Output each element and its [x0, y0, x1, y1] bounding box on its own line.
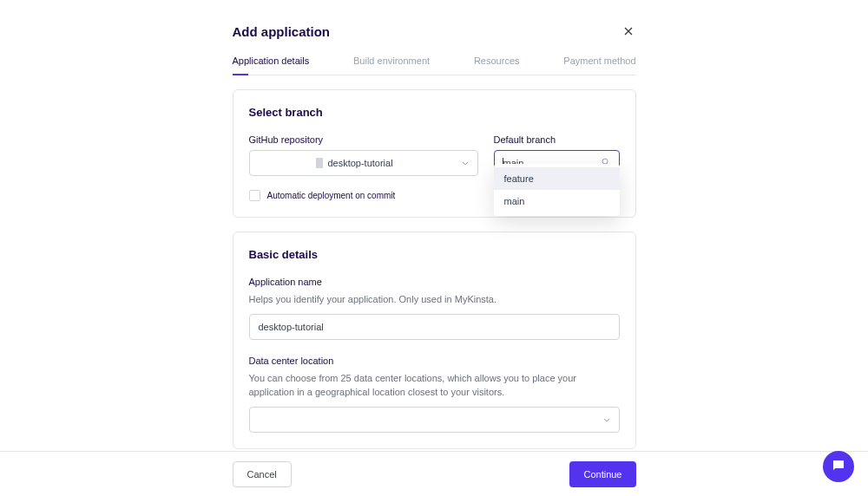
tab-payment-method[interactable]: Payment method — [563, 55, 635, 75]
dropdown-option-main[interactable]: main — [494, 190, 620, 212]
select-branch-card: Select branch GitHub repository desktop-… — [233, 89, 636, 218]
branch-dropdown: feature main — [494, 164, 620, 216]
github-repo-select[interactable]: desktop-tutorial — [249, 150, 478, 176]
cancel-button[interactable]: Cancel — [233, 461, 292, 487]
continue-button[interactable]: Continue — [569, 461, 635, 487]
bottom-bar: Cancel Continue — [0, 451, 868, 496]
auto-deploy-label: Automatic deployment on commit — [267, 191, 396, 200]
default-branch-label: Default branch — [494, 134, 620, 145]
app-name-label: Application name — [249, 277, 620, 287]
data-center-label: Data center location — [249, 356, 620, 366]
basic-details-title: Basic details — [249, 248, 620, 261]
data-center-select[interactable] — [249, 407, 620, 433]
github-repo-label: GitHub repository — [249, 134, 478, 145]
auto-deploy-checkbox[interactable] — [249, 190, 260, 201]
chevron-down-icon — [462, 159, 469, 167]
basic-details-card: Basic details Application name Helps you… — [233, 232, 636, 449]
select-branch-title: Select branch — [249, 106, 620, 119]
active-tab-indicator — [233, 74, 248, 75]
close-button[interactable] — [621, 21, 636, 42]
repo-icon — [316, 158, 323, 168]
chat-icon — [831, 458, 846, 476]
tab-build-environment[interactable]: Build environment — [353, 55, 430, 75]
app-name-input[interactable] — [249, 314, 620, 340]
tabs: Application details Build environment Re… — [233, 55, 636, 75]
tab-application-details[interactable]: Application details — [233, 55, 310, 75]
modal-title: Add application — [233, 24, 331, 39]
chevron-down-icon — [603, 415, 610, 424]
close-icon — [624, 24, 633, 38]
chat-fab[interactable] — [823, 451, 854, 482]
github-repo-value: desktop-tutorial — [327, 158, 392, 168]
data-center-help: You can choose from 25 data center locat… — [249, 371, 620, 400]
dropdown-option-feature[interactable]: feature — [494, 167, 620, 190]
app-name-help: Helps you identify your application. Onl… — [249, 292, 620, 307]
tab-resources[interactable]: Resources — [474, 55, 520, 75]
